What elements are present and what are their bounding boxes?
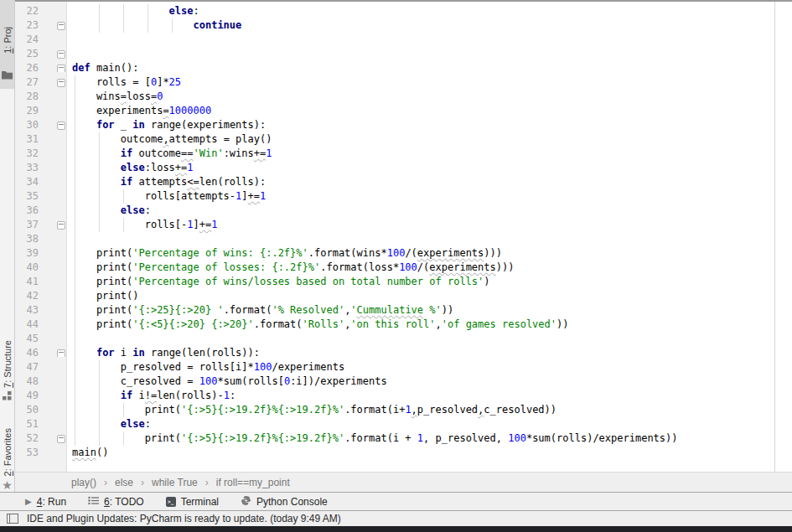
code-line[interactable]: 49 if i!=len(rolls)-1: <box>15 389 792 403</box>
fold-column <box>39 318 68 332</box>
status-message[interactable]: IDE and Plugin Updates: PyCharm is ready… <box>27 513 341 524</box>
code-text: outcome,attempts = play() <box>68 132 272 147</box>
fold-marker-icon[interactable] <box>57 22 65 30</box>
run-toolwindow-button[interactable]: ▶ 4: Run <box>25 496 66 508</box>
code-line[interactable]: 29 experiments=1000000 <box>15 104 792 118</box>
toolwindow-toggle-icon[interactable] <box>7 514 18 524</box>
code-line[interactable]: 51 else: <box>15 417 792 431</box>
code-line[interactable]: 46 for i in range(len(rolls)): <box>15 346 792 360</box>
line-number[interactable]: 46 <box>15 346 39 360</box>
code-line[interactable]: 52 print('{:>5}{:>19.2f}%{:>19.2f}%'.for… <box>15 431 792 446</box>
breadcrumb-separator-icon: › <box>205 477 209 488</box>
code-text: rolls[attempts-1]+=1 <box>68 189 266 204</box>
star-icon[interactable]: ★ <box>0 478 14 493</box>
line-number[interactable]: 48 <box>15 374 39 389</box>
code-line[interactable]: 35 rolls[attempts-1]+=1 <box>15 189 792 204</box>
code-line[interactable]: 40 print('Percentage of losses: {:.2f}%'… <box>15 261 792 275</box>
folder-icon[interactable] <box>0 70 14 80</box>
sidebar-tab-structure[interactable]: 7: Structure <box>0 321 14 388</box>
sidebar-tab-project[interactable]: 1: Proj <box>0 0 14 54</box>
code-text <box>68 47 72 61</box>
code-line[interactable]: 28 wins=loss=0 <box>15 90 792 104</box>
code-editor[interactable]: 22 else:23 continue242526def main():27 r… <box>15 2 792 472</box>
line-number[interactable]: 40 <box>15 261 39 275</box>
fold-marker-icon[interactable] <box>57 435 65 443</box>
code-text: print('{:>5}{:>19.2f}%{:>19.2f}%'.format… <box>68 431 678 446</box>
code-line[interactable]: 42 print() <box>15 289 792 303</box>
breadcrumb-item[interactable]: play() <box>71 477 96 488</box>
line-number[interactable]: 24 <box>15 33 39 47</box>
code-line[interactable]: 53main() <box>15 446 792 460</box>
code-line[interactable]: 47 p_resolved = rolls[i]*100/experiments <box>15 360 792 374</box>
fold-marker-icon[interactable] <box>57 79 65 87</box>
code-line[interactable]: 38 <box>15 232 792 246</box>
code-line[interactable]: 31 outcome,attempts = play() <box>15 132 792 147</box>
breadcrumb-separator-icon: › <box>104 477 107 488</box>
code-line[interactable]: 30 for _ in range(experiments): <box>15 118 792 132</box>
code-line[interactable]: 50 print('{:>5}{:>19.2f}%{:>19.2f}%'.for… <box>15 403 792 417</box>
code-line[interactable]: 27 rolls = [0]*25 <box>15 75 792 90</box>
code-text: c_resolved = 100*sum(rolls[0:i])/experim… <box>68 374 387 389</box>
line-number[interactable]: 26 <box>15 61 39 75</box>
code-line[interactable]: 23 continue <box>15 18 792 33</box>
todo-icon <box>88 496 99 508</box>
fold-marker-icon[interactable] <box>57 349 65 357</box>
code-line[interactable]: 39 print('Percentage of wins: {:.2f}%'.f… <box>15 246 792 261</box>
code-line[interactable]: 34 if attempts<=len(rolls): <box>15 175 792 189</box>
line-number[interactable]: 37 <box>15 218 39 232</box>
fold-marker-icon[interactable] <box>57 50 65 59</box>
code-line[interactable]: 26def main(): <box>15 61 792 75</box>
fold-marker-icon[interactable] <box>57 121 65 130</box>
code-line[interactable]: 43 print('{:>25}{:>20} '.format('% Resol… <box>15 303 792 318</box>
line-number[interactable]: 44 <box>15 318 39 332</box>
code-line[interactable]: 37 rolls[-1]+=1 <box>15 218 792 232</box>
code-line[interactable]: 36 else: <box>15 204 792 218</box>
line-number[interactable]: 35 <box>15 189 39 204</box>
line-number[interactable]: 36 <box>15 204 39 218</box>
line-number[interactable]: 47 <box>15 360 39 374</box>
sidebar-tab-favorites[interactable]: 2: Favorites <box>0 412 14 476</box>
line-number[interactable]: 29 <box>15 104 39 118</box>
line-number[interactable]: 52 <box>15 431 39 446</box>
line-number[interactable]: 49 <box>15 389 39 403</box>
breadcrumb-item[interactable]: if roll==my_point <box>216 477 290 488</box>
line-number[interactable]: 51 <box>15 417 39 431</box>
breadcrumb-item[interactable]: else <box>115 477 133 488</box>
line-number[interactable]: 23 <box>15 18 39 33</box>
line-number[interactable]: 45 <box>15 332 39 346</box>
code-line[interactable]: 32 if outcome=='Win':wins+=1 <box>15 147 792 161</box>
line-number[interactable]: 38 <box>15 232 39 246</box>
structure-icon[interactable] <box>0 391 14 400</box>
line-number[interactable]: 41 <box>15 275 39 289</box>
todo-toolwindow-button[interactable]: 6: TODO <box>88 496 144 508</box>
code-line[interactable]: 25 <box>15 47 792 61</box>
breadcrumb-item[interactable]: while True <box>152 477 198 488</box>
line-number[interactable]: 50 <box>15 403 39 417</box>
fold-column <box>39 18 68 33</box>
line-number[interactable]: 25 <box>15 47 39 61</box>
line-number[interactable]: 27 <box>15 75 39 90</box>
code-line[interactable]: 33 else:loss+=1 <box>15 161 792 175</box>
line-number[interactable]: 53 <box>15 446 39 460</box>
line-number[interactable]: 34 <box>15 175 39 189</box>
line-number[interactable]: 33 <box>15 161 39 175</box>
code-line[interactable]: 44 print('{:<5}{:>20} {:>20}'.format('Ro… <box>15 318 792 332</box>
line-number[interactable]: 43 <box>15 303 39 318</box>
fold-marker-icon[interactable] <box>57 221 65 230</box>
code-line[interactable]: 24 <box>15 33 792 47</box>
code-line[interactable]: 22 else: <box>15 4 792 18</box>
line-number[interactable]: 22 <box>15 4 39 18</box>
code-line[interactable]: 48 c_resolved = 100*sum(rolls[0:i])/expe… <box>15 374 792 389</box>
line-number[interactable]: 32 <box>15 147 39 161</box>
terminal-toolwindow-button[interactable]: >_ Terminal <box>166 496 219 508</box>
line-number[interactable]: 39 <box>15 246 39 261</box>
line-number[interactable]: 31 <box>15 132 39 147</box>
line-number[interactable]: 28 <box>15 90 39 104</box>
line-number[interactable]: 30 <box>15 118 39 132</box>
python-console-toolwindow-button[interactable]: Python Console <box>241 495 328 509</box>
code-line[interactable]: 41 print('Percentage of wins/losses base… <box>15 275 792 289</box>
fold-marker-icon[interactable] <box>57 65 65 72</box>
code-line[interactable]: 45 <box>15 332 792 346</box>
line-number[interactable]: 42 <box>15 289 39 303</box>
fold-column <box>39 403 68 417</box>
